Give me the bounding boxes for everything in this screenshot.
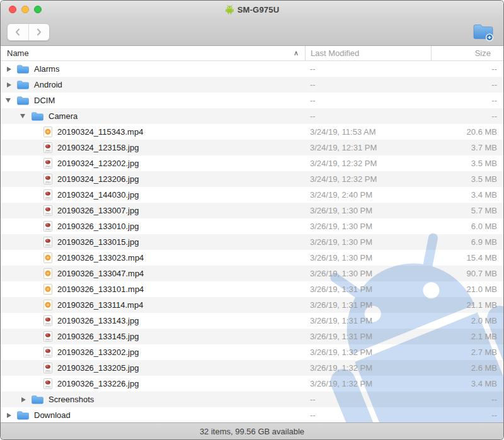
table-row[interactable]: Android -- -- [1, 77, 503, 93]
table-row[interactable]: Alarms -- -- [1, 61, 503, 77]
name-cell: JPEG 20190324_123206.jpg [1, 171, 305, 187]
size-cell: -- [431, 96, 503, 105]
name-cell: JPEG 20190326_133143.jpg [1, 313, 305, 329]
mp4-file-icon [43, 284, 52, 295]
last-modified-cell: 3/26/19, 1:32 PM [305, 363, 431, 373]
folder-icon [32, 112, 43, 121]
name-cell: JPEG 20190326_133145.jpg [1, 329, 305, 344]
table-row[interactable]: 20190326_133101.mp4 3/26/19, 1:31 PM 21.… [1, 281, 503, 297]
last-modified-cell: 3/26/19, 1:32 PM [305, 379, 431, 388]
chevron-left-icon [14, 28, 21, 37]
column-header-name[interactable]: Name ∧ [1, 46, 305, 60]
name-cell: Screenshots [1, 392, 305, 407]
folder-plus-icon [472, 23, 495, 42]
android-file-transfer-window: SM-G975U [0, 0, 504, 440]
table-row[interactable]: JPEG 20190326_133145.jpg 3/26/19, 1:31 P… [1, 329, 503, 344]
new-folder-button[interactable] [472, 23, 495, 42]
table-row[interactable]: JPEG 20190326_133015.jpg 3/26/19, 1:30 P… [1, 234, 503, 250]
table-row[interactable]: JPEG 20190324_123206.jpg 3/24/19, 12:32 … [1, 171, 503, 187]
disclosure-triangle-expanded[interactable] [6, 98, 17, 103]
name-cell: Download [1, 407, 305, 422]
table-row[interactable]: JPEG 20190326_133205.jpg 3/26/19, 1:32 P… [1, 360, 503, 376]
table-row[interactable]: Download -- -- [1, 407, 503, 422]
table-row[interactable]: DCIM -- -- [1, 93, 503, 108]
forward-button[interactable] [28, 24, 50, 40]
size-cell: 3.7 MB [431, 143, 503, 152]
table-row[interactable]: JPEG 20190324_144030.jpg 3/24/19, 2:40 P… [1, 187, 503, 203]
svg-text:JPEG: JPEG [45, 386, 51, 388]
jpeg-file-icon: JPEG [43, 378, 52, 389]
table-row[interactable]: JPEG 20190326_133143.jpg 3/26/19, 1:31 P… [1, 313, 503, 329]
disclosure-triangle-expanded[interactable] [20, 114, 32, 118]
jpeg-file-icon: JPEG [43, 347, 52, 358]
size-cell: 21.1 MB [431, 300, 503, 310]
svg-text:JPEG: JPEG [45, 197, 51, 200]
folder-icon [32, 395, 43, 404]
last-modified-cell: 3/26/19, 1:30 PM [305, 222, 431, 231]
column-header-size-label: Size [475, 48, 491, 58]
zoom-button[interactable] [34, 6, 42, 13]
size-cell: 90.7 MB [431, 269, 503, 278]
minimize-button[interactable] [21, 6, 29, 13]
last-modified-cell: -- [305, 64, 431, 74]
table-row[interactable]: JPEG 20190324_123202.jpg 3/24/19, 12:32 … [1, 155, 503, 171]
name-cell: DCIM [1, 93, 305, 108]
table-row[interactable]: 20190326_133114.mp4 3/26/19, 1:31 PM 21.… [1, 297, 503, 313]
size-cell: 2.0 MB [431, 316, 503, 325]
title-bar[interactable]: SM-G975U [1, 1, 503, 18]
file-name-label: Alarms [34, 64, 59, 74]
table-row[interactable]: JPEG 20190326_133226.jpg 3/26/19, 1:32 P… [1, 376, 503, 392]
column-header-size[interactable]: Size [431, 46, 503, 60]
file-name-label: Screenshots [49, 395, 94, 404]
last-modified-cell: 3/26/19, 1:31 PM [305, 300, 431, 310]
disclosure-triangle-collapsed[interactable] [6, 413, 17, 418]
file-name-label: DCIM [34, 96, 55, 105]
file-name-label: 20190326_133007.jpg [57, 206, 139, 215]
name-cell: 20190326_133023.mp4 [1, 250, 305, 266]
close-button[interactable] [9, 6, 16, 13]
table-row[interactable]: 20190324_115343.mp4 3/24/19, 11:53 AM 20… [1, 124, 503, 140]
last-modified-cell: -- [305, 96, 431, 105]
android-robot-icon [225, 4, 234, 14]
disclosure-triangle-collapsed[interactable] [6, 67, 17, 72]
table-row[interactable]: 20190326_133047.mp4 3/26/19, 1:30 PM 90.… [1, 266, 503, 281]
jpeg-file-icon: JPEG [43, 174, 52, 184]
table-row[interactable]: 20190326_133023.mp4 3/26/19, 1:30 PM 15.… [1, 250, 503, 266]
disclosure-triangle-collapsed[interactable] [20, 397, 32, 402]
svg-text:JPEG: JPEG [45, 166, 51, 168]
last-modified-cell: 3/24/19, 11:53 AM [305, 127, 431, 137]
size-cell: 2.7 MB [431, 347, 503, 357]
file-name-label: 20190324_123158.jpg [57, 143, 139, 152]
name-cell: JPEG 20190324_144030.jpg [1, 187, 305, 203]
table-row[interactable]: JPEG 20190326_133010.jpg 3/26/19, 1:30 P… [1, 218, 503, 234]
jpeg-file-icon: JPEG [43, 331, 52, 342]
size-cell: -- [431, 80, 503, 89]
name-cell: JPEG 20190326_133226.jpg [1, 376, 305, 392]
size-cell: 5.7 MB [431, 206, 503, 215]
name-cell: Android [1, 77, 305, 93]
jpeg-file-icon: JPEG [43, 142, 52, 153]
table-row[interactable]: JPEG 20190326_133007.jpg 3/26/19, 1:30 P… [1, 203, 503, 218]
table-row[interactable]: JPEG 20190324_123158.jpg 3/24/19, 12:31 … [1, 140, 503, 155]
file-name-label: Download [34, 410, 71, 420]
size-cell: 3.5 MB [431, 159, 503, 168]
chevron-right-icon [36, 28, 42, 37]
window-title: SM-G975U [238, 5, 280, 14]
svg-text:JPEG: JPEG [45, 228, 51, 231]
column-header-last-modified[interactable]: Last Modified [305, 46, 431, 60]
folder-icon [17, 65, 29, 74]
size-cell: 20.6 MB [431, 127, 503, 137]
mp4-file-icon [43, 127, 52, 137]
last-modified-cell: 3/26/19, 1:31 PM [305, 285, 431, 294]
back-button[interactable] [8, 24, 28, 40]
file-name-label: 20190326_133143.jpg [57, 316, 139, 325]
disclosure-triangle-collapsed[interactable] [6, 82, 17, 87]
file-name-label: 20190324_115343.mp4 [57, 127, 143, 137]
table-row[interactable]: JPEG 20190326_133202.jpg 3/26/19, 1:32 P… [1, 344, 503, 360]
size-cell: -- [431, 111, 503, 121]
table-row[interactable]: Screenshots -- -- [1, 392, 503, 407]
last-modified-cell: 3/24/19, 12:31 PM [305, 143, 431, 152]
table-row[interactable]: Camera -- -- [1, 108, 503, 124]
column-header-row: Name ∧ Last Modified Size [1, 46, 503, 61]
status-bar: 32 items, 99.56 GB available [1, 422, 503, 439]
